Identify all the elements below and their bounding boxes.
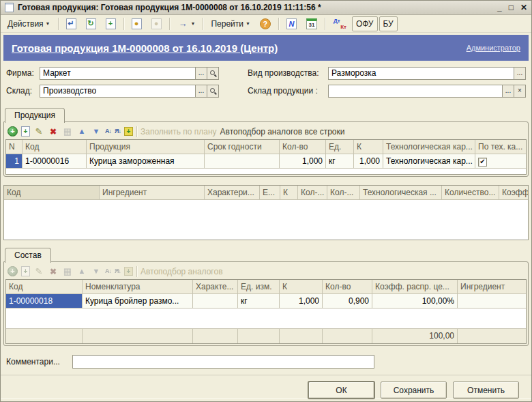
- col-qty2[interactable]: Кол-...: [327, 186, 360, 200]
- cell-qty[interactable]: 0,900: [323, 294, 372, 308]
- cell-k[interactable]: 1,000: [354, 154, 383, 169]
- maximize-button[interactable]: □: [509, 3, 514, 12]
- product-warehouse-select-button[interactable]: ...: [502, 85, 514, 97]
- col-qty1[interactable]: Кол-...: [298, 186, 327, 200]
- write-document-button[interactable]: ↵: [62, 16, 80, 31]
- ok-button[interactable]: ОК: [308, 382, 374, 399]
- autoselect-analogs-all-button[interactable]: Автоподбор аналогов все строки: [220, 127, 345, 137]
- sort-desc-icon[interactable]: Я↓: [115, 126, 121, 137]
- date-button[interactable]: 31: [302, 16, 321, 31]
- col-tech-card[interactable]: Технологическая ...: [360, 186, 442, 200]
- cell-code[interactable]: 1-00000016: [23, 154, 87, 169]
- col-ingredient[interactable]: Ингредиент: [458, 280, 526, 294]
- firm-select-button[interactable]: ...: [195, 68, 207, 79]
- col-tech-card[interactable]: Технологическая кар...: [383, 140, 475, 154]
- help-button[interactable]: ?: [256, 16, 275, 31]
- products-table-row[interactable]: 1 1-00000016 Курица замороженная 1,000 к…: [6, 154, 526, 169]
- col-code[interactable]: Код: [23, 140, 87, 154]
- current-user-link[interactable]: Администратор: [467, 44, 520, 52]
- products-tab-strip: Продукция: [1, 107, 531, 121]
- product-warehouse-clear-button[interactable]: ×: [514, 85, 525, 97]
- ofu-toggle-button[interactable]: ОФУ: [352, 16, 378, 31]
- col-k[interactable]: К: [280, 186, 298, 200]
- cell-unit[interactable]: кг: [326, 154, 354, 169]
- copy-row-icon[interactable]: +: [21, 126, 30, 137]
- post-document-button[interactable]: ●: [128, 16, 146, 31]
- col-by-tech-card[interactable]: По тех. ка...: [475, 140, 526, 154]
- col-k[interactable]: К: [280, 280, 323, 294]
- cell-row-number[interactable]: 1: [6, 154, 23, 169]
- delete-row-icon: ✖: [48, 266, 59, 277]
- cell-code[interactable]: 1-00000018: [6, 294, 83, 308]
- sort-desc-icon: Я↓: [115, 266, 121, 277]
- col-ingredient[interactable]: Ингредиент: [100, 186, 205, 200]
- col-n[interactable]: N: [6, 140, 23, 154]
- col-code[interactable]: Код: [6, 280, 83, 294]
- cell-characteristic[interactable]: [193, 294, 238, 308]
- cell-qty[interactable]: 1,000: [280, 154, 326, 169]
- output-menu-button[interactable]: → ▼: [173, 16, 200, 31]
- col-characteristic[interactable]: Характери...: [205, 186, 260, 200]
- cell-k[interactable]: 1,000: [280, 294, 323, 308]
- composition-table-row[interactable]: 1-00000018 Курица бройлер размо... кг 1,…: [6, 294, 526, 308]
- warehouse-select-button[interactable]: ...: [195, 85, 207, 97]
- actions-menu-button[interactable]: Действия ▼: [3, 16, 55, 31]
- numerator-button[interactable]: N: [282, 16, 301, 31]
- col-code[interactable]: Код: [4, 186, 100, 200]
- grid-settings-icon[interactable]: ▦: [62, 126, 73, 137]
- unpost-document-button[interactable]: ●: [147, 16, 166, 31]
- col-qty[interactable]: Кол-во: [323, 280, 372, 294]
- production-type-input[interactable]: [329, 68, 514, 79]
- move-up-icon[interactable]: ▲: [76, 126, 87, 137]
- product-warehouse-input[interactable]: [329, 85, 502, 97]
- firm-input[interactable]: [40, 68, 195, 79]
- edit-row-icon[interactable]: ✎: [33, 126, 44, 137]
- bu-toggle-button[interactable]: БУ: [379, 16, 398, 31]
- copy-document-button[interactable]: +: [102, 16, 120, 31]
- products-grid-toolbar: + + ✎ ✖ ▦ ▲ ▼ А↓ Я↓ + Заполнить по плану…: [5, 124, 527, 139]
- close-button[interactable]: ✕: [520, 3, 527, 12]
- cell-by-tech-card[interactable]: ✔: [475, 154, 526, 169]
- save-button[interactable]: Сохранить: [381, 382, 447, 399]
- cell-coeff[interactable]: 100,00%: [372, 294, 458, 308]
- col-k[interactable]: К: [354, 140, 383, 154]
- col-characteristic[interactable]: Характе...: [193, 280, 238, 294]
- col-coefficient[interactable]: Коэффици...: [499, 186, 528, 200]
- add-row-icon[interactable]: +: [8, 126, 18, 137]
- comment-input[interactable]: [72, 355, 374, 369]
- magnifier-icon: [209, 70, 217, 77]
- goto-menu-button[interactable]: Перейти ▼: [207, 16, 254, 31]
- col-unit[interactable]: Ед.: [326, 140, 354, 154]
- col-shelf-life[interactable]: Срок годности: [205, 140, 280, 154]
- cell-shelf-life[interactable]: [205, 154, 280, 169]
- tab-products[interactable]: Продукция: [5, 108, 65, 123]
- delete-row-icon[interactable]: ✖: [48, 126, 59, 137]
- checkbox-checked-icon[interactable]: ✔: [478, 158, 487, 167]
- cell-product[interactable]: Курица замороженная: [87, 154, 205, 169]
- col-coeff[interactable]: Коэфф. распр. це...: [372, 280, 458, 294]
- col-nomenclature[interactable]: Номенклатура: [83, 280, 193, 294]
- sort-asc-icon[interactable]: А↓: [105, 126, 111, 137]
- copy-row-icon: +: [21, 266, 30, 276]
- document-title-link[interactable]: Готовая продукция 1М-0000008 от 16.10.20…: [12, 42, 467, 54]
- tab-composition[interactable]: Состав: [5, 248, 51, 263]
- move-down-icon[interactable]: ▼: [91, 126, 102, 137]
- dtkt-postings-button[interactable]: Дт Кт: [329, 16, 351, 31]
- cell-nomenclature[interactable]: Курица бройлер размо...: [83, 294, 193, 308]
- cell-tech-card[interactable]: Технологическая кар...: [383, 154, 475, 169]
- col-unit[interactable]: Ед. изм.: [238, 280, 280, 294]
- warehouse-open-button[interactable]: [207, 85, 218, 97]
- cancel-button[interactable]: Отменить: [453, 382, 519, 399]
- production-type-select-button[interactable]: ...: [514, 68, 525, 79]
- col-product[interactable]: Продукция: [87, 140, 205, 154]
- firm-open-button[interactable]: [207, 68, 218, 79]
- col-qty[interactable]: Кол-во: [280, 140, 326, 154]
- cell-ingredient[interactable]: [458, 294, 526, 308]
- warehouse-input[interactable]: [40, 85, 195, 97]
- col-quantity[interactable]: Количество...: [442, 186, 499, 200]
- levels-icon[interactable]: +: [124, 127, 133, 136]
- refresh-button[interactable]: ↻: [82, 16, 100, 31]
- minimize-button[interactable]: _: [497, 3, 502, 12]
- col-unit[interactable]: Е...: [260, 186, 280, 200]
- cell-unit[interactable]: кг: [238, 294, 280, 308]
